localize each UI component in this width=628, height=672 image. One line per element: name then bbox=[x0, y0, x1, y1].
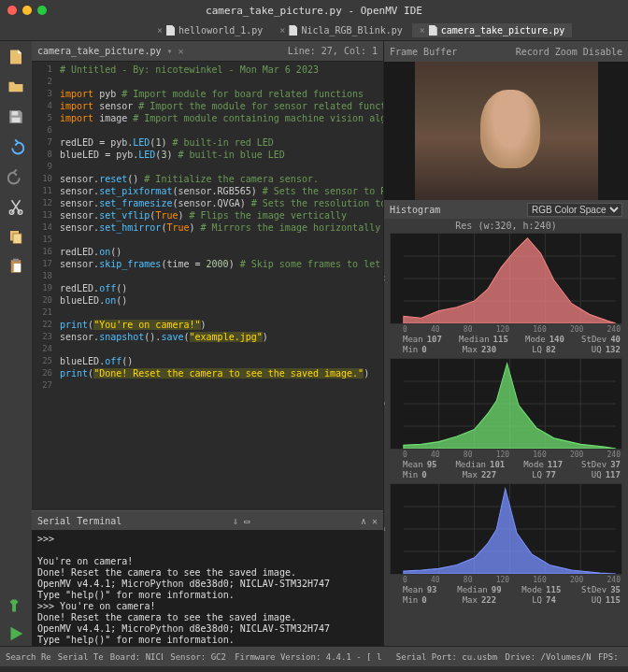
code-area[interactable]: # Untitled - By: nicotewinkel - Mon Mar … bbox=[56, 62, 383, 510]
document-tab[interactable]: ×Nicla_RGB_Blink.py bbox=[272, 23, 409, 37]
channel-label: G bbox=[384, 401, 387, 406]
close-terminal-icon[interactable]: ✕ bbox=[372, 516, 378, 526]
paste-icon[interactable] bbox=[6, 256, 26, 277]
status-bar: Search Res… Serial Ter… Board: NICLAV Se… bbox=[0, 646, 628, 666]
dropdown-chevron-icon[interactable]: ▾ bbox=[166, 46, 172, 56]
save-icon[interactable] bbox=[6, 107, 26, 127]
redo-icon[interactable] bbox=[6, 166, 26, 187]
tab-label: helloworld_1.py bbox=[178, 25, 263, 36]
svg-rect-1 bbox=[12, 118, 21, 122]
file-dropdown[interactable]: camera_take_picture.py bbox=[37, 46, 161, 56]
close-file-icon[interactable]: ✕ bbox=[178, 46, 183, 56]
cut-icon[interactable] bbox=[6, 196, 26, 217]
serial-port-cell[interactable]: Serial Port: cu.usbmodem… bbox=[396, 652, 498, 662]
terminal-save-icon[interactable]: ⇩ bbox=[233, 516, 238, 526]
zoom-window-button[interactable] bbox=[37, 6, 47, 15]
close-tab-icon[interactable]: × bbox=[157, 25, 163, 36]
document-tabs: ×helloworld_1.py×Nicla_RGB_Blink.py×came… bbox=[0, 21, 628, 41]
serial-terminal-cell[interactable]: Serial Ter… bbox=[58, 652, 103, 662]
close-tab-icon[interactable]: × bbox=[420, 25, 425, 36]
file-tab-bar: camera_take_picture.py ▾ ✕ Line: 27, Col… bbox=[32, 41, 383, 62]
firmware-cell[interactable]: Firmware Version: 4.4.1 - [ latest ] bbox=[235, 652, 381, 662]
cursor-position: Line: 27, Col: 1 bbox=[288, 46, 378, 56]
histogram-r: R04080120160200240Mean 107Median 115Mode… bbox=[390, 233, 622, 354]
right-panel: Frame Buffer Record Zoom Disable Histogr… bbox=[383, 41, 628, 646]
document-tab[interactable]: ×camera_take_picture.py bbox=[412, 23, 572, 37]
tool-sidebar bbox=[0, 41, 32, 646]
collapse-up-icon[interactable]: ∧ bbox=[361, 516, 366, 526]
channel-label: R bbox=[384, 276, 387, 280]
terminal-output[interactable]: >>> You're on camera!Done! Reset the cam… bbox=[32, 530, 383, 646]
svg-marker-26 bbox=[404, 364, 616, 449]
resolution-label: Res (w:320, h:240) bbox=[384, 219, 628, 233]
terminal-title: Serial Terminal bbox=[37, 516, 121, 526]
window-title: camera_take_picture.py - OpenMV IDE bbox=[0, 5, 628, 17]
histogram-chart[interactable]: R bbox=[390, 233, 622, 324]
terminal-clear-icon[interactable]: ▭ bbox=[244, 516, 250, 526]
close-window-button[interactable] bbox=[7, 6, 17, 15]
document-tab[interactable]: ×helloworld_1.py bbox=[150, 23, 270, 37]
window-controls bbox=[7, 6, 47, 15]
open-folder-icon[interactable] bbox=[6, 77, 26, 97]
terminal-panel: Serial Terminal ⇩ ▭ ∧ ✕ >>> You're on ca… bbox=[32, 510, 383, 646]
title-bar: camera_take_picture.py - OpenMV IDE bbox=[0, 0, 628, 21]
zoom-button[interactable]: Zoom bbox=[555, 47, 578, 57]
colorspace-select[interactable]: RGB Color Space bbox=[527, 203, 622, 217]
close-tab-icon[interactable]: × bbox=[279, 25, 285, 36]
svg-rect-8 bbox=[14, 264, 21, 272]
code-editor[interactable]: 1234567891011121314151617181920212223242… bbox=[32, 62, 383, 510]
frame-buffer-image[interactable] bbox=[384, 62, 628, 200]
histogram-chart[interactable]: B bbox=[390, 483, 622, 575]
drive-cell[interactable]: Drive: /Volumes/NICLA bbox=[506, 652, 591, 662]
svg-rect-5 bbox=[13, 234, 21, 244]
histogram-g: G04080120160200240Mean 95Median 101Mode … bbox=[390, 358, 622, 479]
file-icon bbox=[166, 25, 175, 36]
disable-button[interactable]: Disable bbox=[583, 47, 622, 57]
histogram-title: Histogram bbox=[390, 205, 440, 215]
histogram-area: R04080120160200240Mean 107Median 115Mode… bbox=[384, 233, 628, 646]
record-button[interactable]: Record bbox=[516, 47, 550, 57]
frame-buffer-title: Frame Buffer bbox=[390, 47, 457, 57]
tab-label: Nicla_RGB_Blink.py bbox=[301, 25, 402, 36]
undo-icon[interactable] bbox=[6, 136, 26, 157]
svg-rect-7 bbox=[13, 259, 19, 262]
file-icon bbox=[289, 25, 297, 36]
file-icon bbox=[429, 25, 437, 36]
copy-icon[interactable] bbox=[6, 226, 26, 247]
search-results-cell[interactable]: Search Res… bbox=[6, 652, 50, 662]
histogram-chart[interactable]: G bbox=[390, 358, 622, 450]
new-file-icon[interactable] bbox=[6, 47, 26, 67]
histogram-b: B04080120160200240Mean 93Median 99Mode 1… bbox=[390, 483, 622, 605]
fps-cell: FPS: 0 bbox=[598, 652, 622, 662]
connect-icon[interactable] bbox=[6, 595, 26, 616]
line-gutter: 1234567891011121314151617181920212223242… bbox=[32, 62, 56, 510]
tab-label: camera_take_picture.py bbox=[441, 25, 564, 36]
channel-label: B bbox=[384, 526, 387, 531]
sensor-cell[interactable]: Sensor: GC2145 bbox=[170, 652, 227, 662]
board-cell[interactable]: Board: NICLAV bbox=[110, 652, 164, 662]
run-script-icon[interactable] bbox=[6, 623, 26, 644]
svg-rect-0 bbox=[12, 111, 19, 116]
minimize-window-button[interactable] bbox=[22, 6, 32, 15]
